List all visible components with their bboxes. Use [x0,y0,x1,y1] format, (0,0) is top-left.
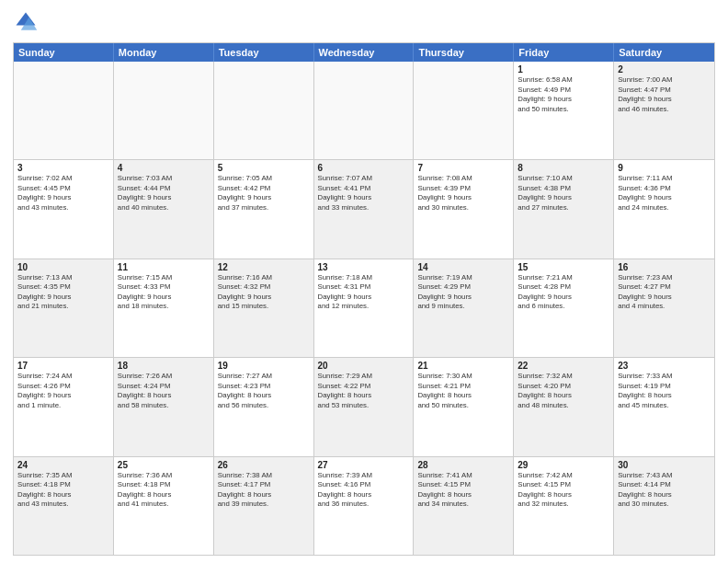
calendar-cell: 29Sunrise: 7:42 AM Sunset: 4:15 PM Dayli… [514,457,614,555]
day-number: 21 [417,361,509,371]
weekday-header: Friday [514,43,614,62]
day-info: Sunrise: 7:13 AM Sunset: 4:35 PM Dayligh… [17,273,109,312]
calendar-cell: 25Sunrise: 7:36 AM Sunset: 4:18 PM Dayli… [114,457,214,555]
day-number: 23 [618,361,711,371]
calendar-cell: 27Sunrise: 7:39 AM Sunset: 4:16 PM Dayli… [314,457,415,555]
day-info: Sunrise: 7:07 AM Sunset: 4:41 PM Dayligh… [318,174,410,213]
day-info: Sunrise: 7:33 AM Sunset: 4:19 PM Dayligh… [618,372,711,410]
day-number: 27 [318,460,410,470]
calendar-row: 10Sunrise: 7:13 AM Sunset: 4:35 PM Dayli… [14,259,714,357]
calendar: SundayMondayTuesdayWednesdayThursdayFrid… [13,42,715,556]
calendar-cell: 15Sunrise: 7:21 AM Sunset: 4:28 PM Dayli… [514,259,614,357]
day-number: 2 [618,64,711,75]
day-number: 25 [118,460,210,470]
day-number: 12 [218,262,310,272]
calendar-cell: 28Sunrise: 7:41 AM Sunset: 4:15 PM Dayli… [414,457,514,555]
day-info: Sunrise: 7:32 AM Sunset: 4:20 PM Dayligh… [518,372,609,410]
calendar-row: 17Sunrise: 7:24 AM Sunset: 4:26 PM Dayli… [14,357,714,455]
calendar-cell [214,62,314,159]
day-number: 3 [17,163,109,173]
day-info: Sunrise: 7:35 AM Sunset: 4:18 PM Dayligh… [17,471,109,510]
calendar-cell: 3Sunrise: 7:02 AM Sunset: 4:45 PM Daylig… [14,160,114,258]
calendar-cell: 24Sunrise: 7:35 AM Sunset: 4:18 PM Dayli… [14,457,114,555]
calendar-row: 24Sunrise: 7:35 AM Sunset: 4:18 PM Dayli… [14,456,714,555]
calendar-cell: 9Sunrise: 7:11 AM Sunset: 4:36 PM Daylig… [614,160,714,258]
day-info: Sunrise: 7:38 AM Sunset: 4:17 PM Dayligh… [218,471,310,510]
day-info: Sunrise: 7:27 AM Sunset: 4:23 PM Dayligh… [218,372,310,410]
calendar-cell: 14Sunrise: 7:19 AM Sunset: 4:29 PM Dayli… [414,259,514,357]
day-number: 11 [118,262,210,272]
day-number: 18 [118,361,210,371]
day-number: 8 [518,163,609,173]
calendar-row: 3Sunrise: 7:02 AM Sunset: 4:45 PM Daylig… [14,159,714,258]
day-info: Sunrise: 7:41 AM Sunset: 4:15 PM Dayligh… [417,471,509,510]
calendar-cell: 18Sunrise: 7:26 AM Sunset: 4:24 PM Dayli… [114,358,214,455]
day-number: 9 [618,163,711,173]
calendar-cell: 20Sunrise: 7:29 AM Sunset: 4:22 PM Dayli… [314,358,415,455]
weekday-header: Wednesday [314,43,415,62]
day-info: Sunrise: 7:03 AM Sunset: 4:44 PM Dayligh… [118,174,210,213]
day-number: 7 [417,163,509,173]
calendar-cell: 2Sunrise: 7:00 AM Sunset: 4:47 PM Daylig… [614,62,714,159]
day-info: Sunrise: 7:05 AM Sunset: 4:42 PM Dayligh… [218,174,310,213]
day-number: 19 [218,361,310,371]
calendar-body: 1Sunrise: 6:58 AM Sunset: 4:49 PM Daylig… [14,62,714,555]
calendar-cell: 5Sunrise: 7:05 AM Sunset: 4:42 PM Daylig… [214,160,314,258]
day-info: Sunrise: 7:26 AM Sunset: 4:24 PM Dayligh… [118,372,210,410]
day-info: Sunrise: 7:18 AM Sunset: 4:31 PM Dayligh… [318,273,410,312]
day-info: Sunrise: 7:11 AM Sunset: 4:36 PM Dayligh… [618,174,711,213]
weekday-header: Tuesday [214,43,314,62]
day-info: Sunrise: 7:30 AM Sunset: 4:21 PM Dayligh… [417,372,509,410]
day-number: 22 [518,361,609,371]
day-number: 16 [618,262,711,272]
weekday-header: Monday [114,43,214,62]
calendar-cell: 13Sunrise: 7:18 AM Sunset: 4:31 PM Dayli… [314,259,415,357]
logo [13,9,42,35]
calendar-cell: 21Sunrise: 7:30 AM Sunset: 4:21 PM Dayli… [414,358,514,455]
weekday-header: Saturday [614,43,714,62]
logo-icon [13,9,39,35]
calendar-cell: 23Sunrise: 7:33 AM Sunset: 4:19 PM Dayli… [614,358,714,455]
calendar-cell: 17Sunrise: 7:24 AM Sunset: 4:26 PM Dayli… [14,358,114,455]
calendar-cell [314,62,415,159]
calendar-header: SundayMondayTuesdayWednesdayThursdayFrid… [14,43,714,62]
day-info: Sunrise: 7:15 AM Sunset: 4:33 PM Dayligh… [118,273,210,312]
day-number: 6 [318,163,410,173]
day-info: Sunrise: 7:10 AM Sunset: 4:38 PM Dayligh… [518,174,609,213]
calendar-cell: 30Sunrise: 7:43 AM Sunset: 4:14 PM Dayli… [614,457,714,555]
day-number: 30 [618,460,711,470]
day-info: Sunrise: 7:42 AM Sunset: 4:15 PM Dayligh… [518,471,609,510]
day-number: 15 [518,262,609,272]
day-number: 10 [17,262,109,272]
calendar-cell: 8Sunrise: 7:10 AM Sunset: 4:38 PM Daylig… [514,160,614,258]
day-number: 17 [17,361,109,371]
day-number: 29 [518,460,609,470]
calendar-cell: 22Sunrise: 7:32 AM Sunset: 4:20 PM Dayli… [514,358,614,455]
calendar-cell [414,62,514,159]
day-number: 5 [218,163,310,173]
day-number: 13 [318,262,410,272]
day-info: Sunrise: 7:39 AM Sunset: 4:16 PM Dayligh… [318,471,410,510]
calendar-cell: 12Sunrise: 7:16 AM Sunset: 4:32 PM Dayli… [214,259,314,357]
day-info: Sunrise: 7:23 AM Sunset: 4:27 PM Dayligh… [618,273,711,312]
day-info: Sunrise: 7:08 AM Sunset: 4:39 PM Dayligh… [417,174,509,213]
calendar-cell: 4Sunrise: 7:03 AM Sunset: 4:44 PM Daylig… [114,160,214,258]
day-info: Sunrise: 7:43 AM Sunset: 4:14 PM Dayligh… [618,471,711,510]
calendar-cell: 19Sunrise: 7:27 AM Sunset: 4:23 PM Dayli… [214,358,314,455]
day-number: 14 [417,262,509,272]
day-number: 24 [17,460,109,470]
day-info: Sunrise: 6:58 AM Sunset: 4:49 PM Dayligh… [518,75,609,114]
day-number: 4 [118,163,210,173]
day-info: Sunrise: 7:29 AM Sunset: 4:22 PM Dayligh… [318,372,410,410]
day-info: Sunrise: 7:36 AM Sunset: 4:18 PM Dayligh… [118,471,210,510]
calendar-cell: 11Sunrise: 7:15 AM Sunset: 4:33 PM Dayli… [114,259,214,357]
day-number: 28 [417,460,509,470]
day-info: Sunrise: 7:02 AM Sunset: 4:45 PM Dayligh… [17,174,109,213]
calendar-row: 1Sunrise: 6:58 AM Sunset: 4:49 PM Daylig… [14,62,714,159]
calendar-cell [14,62,114,159]
day-info: Sunrise: 7:16 AM Sunset: 4:32 PM Dayligh… [218,273,310,312]
day-number: 26 [218,460,310,470]
day-info: Sunrise: 7:24 AM Sunset: 4:26 PM Dayligh… [17,372,109,410]
day-info: Sunrise: 7:19 AM Sunset: 4:29 PM Dayligh… [417,273,509,312]
day-info: Sunrise: 7:00 AM Sunset: 4:47 PM Dayligh… [618,75,711,114]
